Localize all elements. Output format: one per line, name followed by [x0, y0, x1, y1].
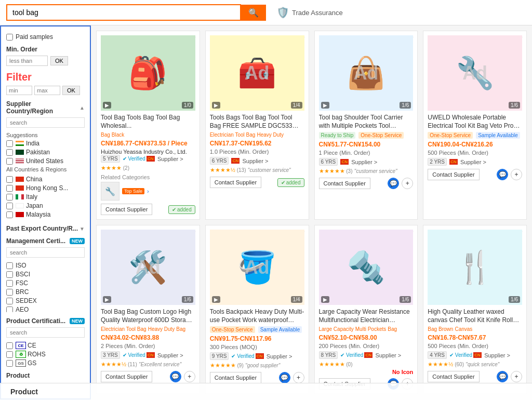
- cert-iso[interactable]: ISO: [6, 262, 85, 269]
- add-icon[interactable]: +: [511, 169, 522, 180]
- contact-supplier-button[interactable]: Contact Supplier: [210, 177, 261, 188]
- cert-gs[interactable]: GS GS: [6, 359, 85, 367]
- add-icon[interactable]: +: [184, 371, 195, 382]
- pakistan-checkbox[interactable]: [6, 149, 13, 156]
- product-card-1[interactable]: ♡ 🎒 1/0 ▶ Tool Bag Tools Bag Tool Bag Wh…: [96, 31, 200, 220]
- country-pakistan[interactable]: Pakistan: [6, 149, 85, 156]
- country-japan[interactable]: Japan: [6, 202, 85, 209]
- product-image[interactable]: 🎒 1/0 ▶: [101, 35, 195, 111]
- fsc-checkbox[interactable]: [6, 280, 13, 287]
- chat-icon[interactable]: 💬: [170, 371, 181, 382]
- country-china[interactable]: China: [6, 176, 85, 183]
- contact-supplier-button[interactable]: Contact Supplier: [101, 371, 152, 382]
- product-image[interactable]: 🧰 Ad 1/4 ▶: [210, 35, 304, 111]
- product-image[interactable]: 🍴 1/6: [428, 230, 522, 305]
- us-checkbox[interactable]: [6, 158, 13, 165]
- product-image[interactable]: 🪣 Ad 1/4 ▶: [210, 230, 304, 305]
- country-italy[interactable]: Italy: [6, 193, 85, 201]
- cert-ce[interactable]: CE CE: [6, 342, 85, 349]
- supplier-country-title[interactable]: Supplier Country/Region ▲: [6, 100, 85, 115]
- product-card-4[interactable]: ♡ 🔧 Ad 1/6 UWELD Wholesale Portable Elec…: [423, 31, 527, 220]
- japan-checkbox[interactable]: [6, 203, 13, 209]
- add-icon[interactable]: +: [293, 372, 304, 383]
- tag[interactable]: Bag: [428, 326, 437, 332]
- contact-supplier-button[interactable]: Contact Supplier: [428, 371, 479, 382]
- search-button[interactable]: 🔍: [241, 5, 266, 21]
- product-image[interactable]: 🛠️ Ad 1/6 ▶: [101, 230, 195, 305]
- tag[interactable]: Canvas: [455, 326, 472, 332]
- country-india[interactable]: India: [6, 140, 85, 147]
- contact-supplier-button[interactable]: Contact Supplier: [210, 372, 261, 383]
- contact-supplier-button[interactable]: Contact Supplier: [319, 178, 370, 189]
- product-card-3[interactable]: ♡ 👜 Ad 1/6 ▶ Tool bag Shoulder Tool Carr…: [314, 31, 418, 220]
- contact-supplier-button[interactable]: Contact Supplier: [428, 169, 479, 180]
- search-input[interactable]: [6, 4, 241, 21]
- sedex-checkbox[interactable]: [6, 298, 13, 304]
- paid-samples-checkbox[interactable]: [6, 34, 13, 41]
- tag[interactable]: Electrician Tool Bag: [101, 326, 147, 332]
- country-hk[interactable]: Hong Kong S...: [6, 184, 85, 192]
- aeo-checkbox[interactable]: [6, 306, 13, 313]
- tag[interactable]: Bag: [388, 326, 397, 332]
- add-icon[interactable]: +: [511, 371, 522, 382]
- price-ok-btn[interactable]: OK: [62, 86, 80, 95]
- contact-supplier-button[interactable]: Contact Supplier: [101, 204, 152, 215]
- product-image[interactable]: 🔩 1/6 ▶: [319, 230, 414, 305]
- tag[interactable]: Heavy Duty: [257, 132, 284, 138]
- related-cat-item[interactable]: 🔧 Top Sale ›: [101, 182, 195, 201]
- cert-bsci[interactable]: BSCI: [6, 271, 85, 278]
- country-search-input[interactable]: [6, 117, 85, 128]
- product-image[interactable]: 🔧 Ad 1/6: [428, 35, 522, 111]
- hk-checkbox[interactable]: [6, 185, 13, 192]
- gs-checkbox[interactable]: [6, 360, 13, 367]
- min-order-input[interactable]: [6, 56, 48, 66]
- product-card-8[interactable]: ♡ 🍴 1/6 High Quality Leather waxed canva…: [423, 225, 527, 394]
- tag[interactable]: Bag: [101, 132, 110, 138]
- tag[interactable]: Large Capacity: [319, 326, 354, 332]
- country-malaysia[interactable]: Malaysia: [6, 211, 85, 218]
- tag[interactable]: Heavy Duty: [148, 326, 175, 332]
- price-min-input[interactable]: [6, 86, 32, 95]
- product-card-7[interactable]: ♡ 🔩 1/6 ▶ Large Capacity Wear Resistance…: [314, 225, 418, 394]
- tag[interactable]: Black: [112, 132, 124, 138]
- tag[interactable]: Bag: [176, 326, 185, 332]
- paid-samples-row[interactable]: Paid samples: [6, 33, 85, 41]
- india-checkbox[interactable]: [6, 140, 13, 147]
- rohs-checkbox[interactable]: [6, 351, 13, 358]
- country-us[interactable]: United States: [6, 157, 85, 165]
- product-card-2[interactable]: ♡ 🧰 Ad 1/4 ▶ Tools Bags Tool Bag Tool To…: [205, 31, 309, 220]
- collapse-arrow-icon[interactable]: ▲: [79, 105, 85, 111]
- iso-checkbox[interactable]: [6, 262, 13, 269]
- chat-icon[interactable]: 💬: [497, 169, 508, 180]
- cert-rohs[interactable]: ♻ ROHS: [6, 351, 85, 358]
- min-order-ok-btn[interactable]: OK: [50, 56, 68, 65]
- tag[interactable]: Brown: [438, 326, 453, 332]
- china-checkbox[interactable]: [6, 176, 13, 183]
- ce-checkbox[interactable]: [6, 342, 13, 349]
- product-cert-title[interactable]: Product Certificati... NEW: [6, 317, 85, 325]
- cert-fsc[interactable]: FSC: [6, 279, 85, 287]
- product-cert-search-input[interactable]: [6, 327, 85, 338]
- brc-checkbox[interactable]: [6, 289, 13, 296]
- product-card-5[interactable]: ♡ 🛠️ Ad 1/6 ▶ Tool Bag Bag Custom Logo H…: [96, 225, 200, 394]
- bsci-checkbox[interactable]: [6, 271, 13, 278]
- tag[interactable]: Electrician Tool Bag: [210, 132, 256, 138]
- cert-sedex[interactable]: SEDEX: [6, 297, 85, 304]
- tag[interactable]: Multi Pockets: [355, 326, 386, 332]
- chat-icon[interactable]: 💬: [497, 371, 508, 382]
- supplier-row: 9 YRS ✔ Verified CN Supplier >: [210, 352, 304, 360]
- add-icon[interactable]: +: [402, 178, 413, 189]
- past-export-arrow-icon[interactable]: ▼: [79, 226, 85, 232]
- chat-icon[interactable]: 💬: [388, 178, 399, 189]
- past-export-title[interactable]: Past Export Country/R... ▼: [6, 225, 85, 232]
- chat-icon[interactable]: 💬: [279, 372, 290, 383]
- cert-search-input[interactable]: [6, 247, 85, 258]
- price-max-input[interactable]: [34, 86, 60, 95]
- italy-checkbox[interactable]: [6, 194, 13, 201]
- cert-aeo[interactable]: AEO: [6, 306, 85, 312]
- management-cert-title[interactable]: Management Certi... NEW: [6, 237, 85, 245]
- cert-brc[interactable]: BRC: [6, 288, 85, 296]
- malaysia-checkbox[interactable]: [6, 211, 13, 218]
- product-card-6[interactable]: ♡ 🪣 Ad 1/4 ▶ Tools Backpack Heavy Duty M…: [205, 225, 309, 394]
- product-image[interactable]: 👜 Ad 1/6 ▶: [319, 35, 414, 111]
